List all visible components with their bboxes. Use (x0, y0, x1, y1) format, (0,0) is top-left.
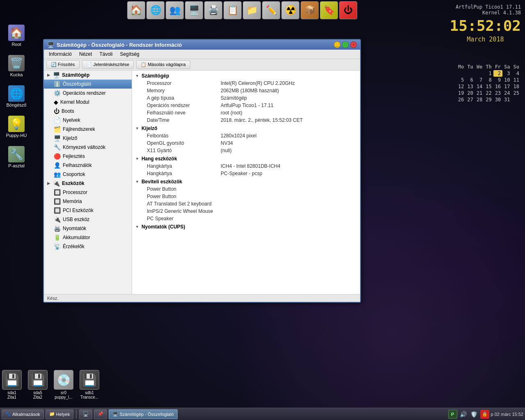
drive-sr0[interactable]: 💿 sr0puppy_l... (54, 370, 73, 399)
sidebar-item-sensors-label: Érzékelők (63, 244, 84, 249)
taskbar-time: p 02 márc 15:52 (491, 412, 524, 417)
menu-information[interactable]: Információ (46, 50, 75, 58)
separator (76, 410, 77, 419)
audio-expand-icon: ▼ (135, 157, 139, 161)
toolbar-power[interactable]: ⏻ (339, 1, 357, 19)
sidebar-item-kernel-label: Kernel Modul (60, 99, 89, 105)
memory-value: 2062MB (180MB használt) (221, 88, 279, 94)
printers-section-header[interactable]: ▼ Nyomtatók (CUPS) (134, 223, 358, 231)
display-section-header[interactable]: ▼ Kijelző (134, 125, 358, 132)
x11-value: (null) (221, 148, 232, 153)
sidebar-item-processor[interactable]: 🔲 Processzor (44, 188, 132, 197)
desktop-icon-root[interactable]: 🏠 Root (2, 25, 31, 47)
display-expand-icon: ▼ (135, 126, 139, 130)
drive-sdb1[interactable]: 💾 sdb1Transce... (80, 370, 99, 399)
taskbar-bottom: 🐾 Alkalmazások 📁 Helyek 🖥️ 📌 🖥️ Számítóg… (0, 408, 525, 420)
input-section-title: Beviteli eszközök (142, 179, 182, 185)
active-window-button[interactable]: 🖥️ Számítógép - Összefoglaló (109, 409, 177, 419)
sidebar-item-filesystems-label: Fájlrendszerek (63, 126, 95, 132)
sidebar-item-display[interactable]: 🖥️ Kijelző (44, 134, 132, 143)
sidebar-section-devices[interactable]: ▶ 🔌 Eszközök (44, 179, 132, 188)
sidebar-item-kernel[interactable]: ◆ Kernel Modul (44, 98, 132, 107)
tray-network-icon[interactable]: 🛡️ (470, 410, 479, 419)
window-statusbar: Kész. (44, 294, 360, 302)
toolbar-folder[interactable]: 📁 (243, 1, 261, 19)
processor-row: Processzor Intel(R) Celeron(R) CPU 2.20G… (134, 80, 358, 87)
usb-icon: 🔌 (54, 216, 61, 223)
desktop-icon-desktop[interactable]: 🔧 P-asztal (2, 146, 31, 168)
toolbar-bookmark[interactable]: 🔖 (320, 1, 338, 19)
computer-section-header[interactable]: ▼ Számítógép (134, 72, 358, 80)
maximize-button[interactable]: □ (342, 41, 349, 48)
x11-label: X11 Gyártó (147, 148, 221, 153)
toolbar-printer[interactable]: 🖨️ (204, 1, 222, 19)
os-icon: ⚙️ (54, 90, 61, 96)
sidebar-section-computer[interactable]: ▶ 🖥️ Számítógép (44, 71, 132, 80)
audio-section-header[interactable]: ▼ Hang eszközök (134, 155, 358, 162)
desktop-toggle[interactable]: 🖥️ (79, 409, 92, 419)
sidebar-item-groups-label: Csoportok (63, 171, 85, 177)
sidebar-item-languages[interactable]: 📄 Nyelvek (44, 116, 132, 125)
printers-icon: 🖨️ (54, 225, 61, 232)
root-label: Root (11, 42, 21, 47)
toolbar-users[interactable]: 👥 (166, 1, 184, 19)
drive-sda1[interactable]: 💾 sda1Zita1 (2, 370, 22, 399)
resolution-row: Felbontás 525x420 pixel (134, 132, 358, 139)
drive-sda5[interactable]: 💾 sda5Zita2 (28, 370, 48, 399)
desktop-icon-browser[interactable]: 🌐 Böngésző (2, 85, 31, 107)
toolbar-browser[interactable]: 🌐 (146, 1, 164, 19)
toolbar-package[interactable]: 📦 (301, 1, 319, 19)
sidebar-item-os[interactable]: ⚙️ Operációs rendszer (44, 89, 132, 98)
sidebar-item-summary[interactable]: ℹ️ Összefoglaló (44, 80, 132, 89)
desktop-toggle2[interactable]: 📌 (94, 409, 107, 419)
toolbar-edit[interactable]: ✏️ (262, 1, 280, 19)
sidebar-item-usb[interactable]: 🔌 USB eszköz (44, 215, 132, 224)
soundcard2-row: Hangkártya PC-Speaker - pcsp (134, 170, 358, 177)
tray-p-icon[interactable]: P (448, 410, 457, 419)
applications-menu[interactable]: 🐾 Alkalmazások (2, 409, 44, 419)
minimize-button[interactable]: _ (334, 41, 340, 48)
sidebar-item-groups[interactable]: 👥 Csoportok (44, 170, 132, 179)
machine-type-label: A gép típusa (147, 95, 221, 101)
report-button[interactable]: 📄 Jelentéskészítése (82, 60, 134, 69)
desktop-icon-puppyhu[interactable]: 💡 Puppy-HU (2, 116, 31, 138)
sidebar-item-memory[interactable]: 🔲 Memória (44, 197, 132, 206)
sdb1-icon: 💾 (80, 370, 99, 390)
tray-volume-icon[interactable]: 🔊 (459, 410, 468, 419)
processor-icon: 🔲 (54, 189, 61, 196)
input-item-powerbutton2: Power Button (134, 193, 358, 200)
sidebar-item-users[interactable]: 👤 Felhasználók (44, 161, 132, 170)
applications-label: Alkalmazások (12, 412, 40, 417)
toolbar-radioactive[interactable]: ☢️ (281, 1, 299, 19)
memory-icon: 🔲 (54, 198, 61, 205)
toolbar-clipboard[interactable]: 📋 (224, 1, 242, 19)
dev-icon: 🔴 (54, 153, 61, 160)
sidebar-item-development[interactable]: 🔴 Fejlesztés (44, 152, 132, 161)
menu-remote[interactable]: Távoli (96, 50, 116, 58)
refresh-button[interactable]: 🔄 Frissítés (46, 60, 80, 69)
sidebar-item-battery[interactable]: 🔋 Akkumulátor (44, 233, 132, 242)
active-window-icon: 🖥️ (112, 411, 118, 417)
toolbar-screen[interactable]: 🖥️ (185, 1, 203, 19)
menu-view[interactable]: Nézet (76, 50, 95, 58)
sidebar-item-boots[interactable]: ⏻ Boots (44, 107, 132, 116)
sidebar-item-pci[interactable]: 🔲 PCI Eszközök (44, 206, 132, 215)
sidebar-item-filesystems[interactable]: 🗂️ Fájlrendszerek (44, 125, 132, 134)
sidebar-item-printers[interactable]: 🖨️ Nyomtatók (44, 224, 132, 233)
close-button[interactable]: × (350, 41, 357, 48)
desktop-icon-trash[interactable]: 🗑️ Kucka (2, 55, 31, 77)
places-menu[interactable]: 📁 Helyek (46, 409, 74, 419)
sidebar-item-envvars[interactable]: 🔧 Környezeti változók (44, 143, 132, 152)
sidebar-item-usb-label: USB eszköz (63, 217, 89, 222)
computer-section: ▼ Számítógép Processzor Intel(R) Celeron… (134, 72, 358, 124)
menu-help[interactable]: Segítség (116, 50, 142, 58)
sda5-label: sda5Zita2 (33, 390, 42, 399)
copy-button[interactable]: 📋 Másolás vágólapra (136, 60, 190, 69)
toolbar-home[interactable]: 🏠 (127, 1, 145, 19)
soundcard2-value: PC-Speaker - pcsp (221, 171, 262, 176)
window-titlebar: 🖥️ Számítógép - Összefoglaló - Rendszer … (44, 40, 360, 50)
sidebar: ▶ 🖥️ Számítógép ℹ️ Összefoglaló ⚙️ Operá… (44, 71, 132, 294)
sidebar-item-sensors[interactable]: 📡 Érzékelők (44, 242, 132, 251)
tray-antivirus-icon[interactable]: 🔒 (480, 410, 489, 419)
input-section-header[interactable]: ▼ Beviteli eszközök (134, 178, 358, 185)
